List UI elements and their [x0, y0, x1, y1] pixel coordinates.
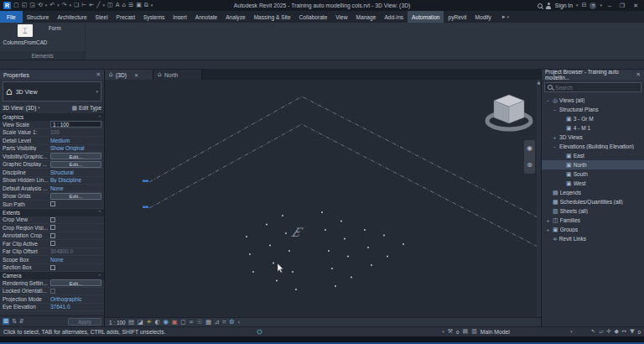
tree-expand-icon[interactable]: +: [545, 227, 551, 232]
active-workset-dropdown[interactable]: Main Model ▾: [480, 329, 573, 335]
default-3d-view-icon[interactable]: ⌂: [122, 3, 125, 8]
switch-windows-chevron-icon[interactable]: ▾: [151, 3, 153, 8]
property-value[interactable]: Show Original: [50, 145, 104, 151]
tree-item-views-all-[interactable]: −◎Views (all): [542, 96, 644, 105]
instance-selector-chevron-icon[interactable]: ▾: [38, 106, 40, 110]
property-value[interactable]: 304800.0: [50, 248, 104, 254]
sign-in-button[interactable]: Sign In: [555, 3, 573, 8]
measure-icon[interactable]: ⊢: [81, 3, 86, 8]
instance-selector[interactable]: 3D View: (3D): [3, 105, 36, 111]
drawing-area[interactable]: E ▲ ◉ ⊕: [105, 80, 541, 317]
tree-expand-icon[interactable]: +: [552, 135, 558, 140]
tree-item-3-gr-m[interactable]: ▣3 - Gr M: [542, 114, 644, 123]
property-checkbox[interactable]: [50, 265, 55, 270]
browser-search-input[interactable]: Search: [544, 82, 641, 92]
media-button[interactable]: ▸▾: [499, 11, 512, 23]
ribbon-tab-structure[interactable]: Structure: [23, 11, 54, 23]
tree-expand-icon[interactable]: +: [545, 218, 551, 223]
ribbon-tab-steel[interactable]: Steel: [91, 11, 112, 23]
apply-button[interactable]: Apply: [68, 318, 101, 326]
section-icon[interactable]: ◫: [107, 3, 113, 8]
crop-view-icon[interactable]: ▣: [172, 319, 178, 326]
editing-requests-icon[interactable]: ▤: [463, 329, 469, 335]
model-line-chevron-icon[interactable]: ▾: [103, 3, 106, 8]
collapse-icon[interactable]: ‹: [237, 319, 240, 326]
section-header-camera[interactable]: Camera⌃: [0, 272, 104, 279]
property-value[interactable]: 37641.0: [50, 304, 104, 310]
edit-button[interactable]: Edit...: [50, 279, 101, 286]
tree-item-revit-links[interactable]: ∞Revit Links: [542, 234, 644, 243]
help-icon[interactable]: ?: [589, 3, 596, 9]
columns-from-cad-button[interactable]: ⌶ ColumnsFromCAD: [3, 24, 47, 45]
tree-item-legends[interactable]: ▤Legends: [542, 188, 644, 197]
type-selector-chevron-icon[interactable]: ▾: [96, 90, 98, 94]
ribbon-tab-file[interactable]: File: [0, 11, 23, 23]
tree-expand-icon[interactable]: −: [552, 107, 558, 112]
property-value[interactable]: None: [50, 185, 104, 191]
tree-item-elevations-building-elevation-[interactable]: −Elevations (Building Elevation): [542, 142, 644, 151]
property-checkbox[interactable]: [50, 225, 55, 230]
properties-bottom-icon-3[interactable]: ⇵: [19, 318, 24, 325]
select-links-icon[interactable]: ↖: [591, 329, 596, 335]
tree-item-groups[interactable]: +▣Groups: [542, 225, 644, 234]
property-value[interactable]: Medium: [50, 138, 104, 143]
zoom-tool-icon[interactable]: ⊕: [527, 162, 532, 169]
tree-item-schedules-quantities-all-[interactable]: ▦Schedules/Quantities (all): [542, 197, 644, 206]
sun-path-icon[interactable]: ☀: [146, 319, 152, 326]
view-tab-close-icon[interactable]: ✕: [134, 72, 138, 78]
temporary-view-properties-icon[interactable]: ▦: [205, 319, 211, 326]
thin-lines-icon[interactable]: ☰: [128, 3, 133, 8]
sync-icon[interactable]: ⟲: [38, 3, 43, 8]
property-value[interactable]: Orthographic: [50, 296, 104, 302]
print-icon[interactable]: ❏: [74, 3, 79, 8]
tree-item-sheets-all-[interactable]: ▥Sheets (all): [542, 206, 644, 216]
drag-on-selection-icon[interactable]: ↔: [621, 329, 626, 335]
property-checkbox[interactable]: [50, 201, 55, 206]
text-icon[interactable]: A: [116, 3, 120, 8]
crop-region-icon[interactable]: ◻: [180, 319, 185, 326]
tree-expand-icon[interactable]: −: [545, 98, 551, 103]
ribbon-tab-architecture[interactable]: Architecture: [53, 11, 91, 23]
section-header-extents[interactable]: Extents⌃: [0, 209, 104, 216]
save-icon[interactable]: ◲: [29, 3, 35, 8]
redo-chevron-icon[interactable]: ▾: [70, 3, 72, 8]
view-tab-3d[interactable]: ⌂(3D)✕: [105, 70, 153, 80]
sync-chevron-icon[interactable]: ▾: [45, 3, 48, 8]
reveal-hidden-icon[interactable]: ☉: [197, 319, 203, 326]
view-cube[interactable]: [487, 95, 531, 129]
model-line-icon[interactable]: ╱: [96, 3, 100, 8]
help-chevron-icon[interactable]: ▾: [600, 3, 602, 8]
tree-item-3d-views[interactable]: +3D Views: [542, 133, 644, 142]
ribbon-tab-automation[interactable]: Automation: [408, 11, 444, 23]
property-checkbox[interactable]: [50, 233, 55, 238]
sign-in-chevron-icon[interactable]: ▾: [576, 3, 579, 8]
property-value[interactable]: By Discipline: [50, 177, 104, 183]
worksharing-status-icon[interactable]: ⛭: [257, 328, 262, 336]
worksets-icon[interactable]: ⚒: [448, 329, 453, 335]
select-underlay-icon[interactable]: ▱: [599, 329, 603, 335]
ribbon-tab-manage[interactable]: Manage: [352, 11, 381, 23]
design-options-icon[interactable]: ▥: [471, 329, 477, 335]
close-button[interactable]: ✕: [631, 3, 641, 9]
ribbon-tab-modify[interactable]: Modify: [470, 11, 495, 23]
render-icon[interactable]: ◉: [164, 319, 169, 326]
worksharing-display-icon[interactable]: ⚙: [229, 319, 235, 326]
ribbon-tab-add-ins[interactable]: Add-Ins: [380, 11, 408, 23]
tree-item-south[interactable]: ▣South: [542, 169, 644, 179]
edit-button[interactable]: Edit...: [50, 193, 101, 200]
restore-button[interactable]: ❐: [617, 3, 627, 9]
shadows-icon[interactable]: ◐: [154, 319, 160, 326]
properties-bottom-icon-1[interactable]: ⊞: [3, 318, 9, 325]
ribbon-tab-view[interactable]: View: [331, 11, 351, 23]
visual-style-icon[interactable]: ◪: [138, 319, 143, 326]
property-checkbox[interactable]: [50, 289, 55, 294]
open-icon[interactable]: ◱: [22, 3, 28, 8]
edit-button[interactable]: Edit...: [50, 153, 101, 159]
ribbon-tab-precast[interactable]: Precast: [112, 11, 139, 23]
ribbon-tab-massing-site[interactable]: Massing & Site: [250, 11, 295, 23]
tree-expand-icon[interactable]: −: [552, 144, 558, 149]
properties-close-icon[interactable]: ✕: [96, 71, 101, 78]
undo-icon[interactable]: ↶: [49, 3, 55, 8]
steering-wheel-icon[interactable]: ◉: [527, 145, 532, 152]
aligned-dimension-icon[interactable]: ⇤: [89, 3, 94, 8]
